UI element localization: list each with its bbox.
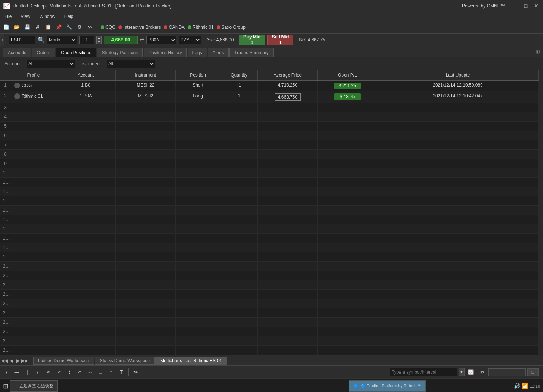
draw-more-btn[interactable]: ≫ bbox=[130, 367, 140, 377]
draw-hline-btn[interactable]: — bbox=[12, 367, 22, 377]
account-select[interactable]: B30A bbox=[146, 36, 176, 44]
draw-channel-btn[interactable]: ⌇ bbox=[64, 367, 74, 377]
qty-up-btn[interactable]: ▲ bbox=[96, 36, 102, 40]
grid-scrollbar[interactable] bbox=[539, 70, 543, 355]
draw-pitchfork-btn[interactable]: ⌤ bbox=[75, 367, 84, 377]
draw-arrow-btn[interactable]: ↗ bbox=[54, 367, 64, 377]
symbol-interval-down[interactable]: ▼ bbox=[459, 368, 465, 376]
side-bar[interactable]: ◀ bbox=[0, 34, 4, 46]
tab-next-btn[interactable]: ▶ bbox=[15, 358, 21, 364]
broker-oanda-dot bbox=[164, 25, 167, 29]
taskbar-left: ⊞ bbox=[3, 382, 9, 390]
instrument-filter-select[interactable]: All bbox=[107, 60, 155, 68]
menu-help[interactable]: Help bbox=[63, 13, 75, 20]
tab-expand-btn[interactable]: ⊞ bbox=[536, 49, 540, 55]
cell-row1-account: 1 B0 bbox=[56, 81, 116, 91]
system-clock: 12:10 bbox=[530, 384, 540, 388]
draw-vline-btn[interactable]: | bbox=[22, 367, 32, 377]
table-row: 3 bbox=[0, 103, 539, 112]
draw-text-btn[interactable]: T bbox=[117, 367, 126, 377]
interval-select[interactable]: DAY 1 Min 5 Min bbox=[179, 36, 201, 44]
taskbar-trading-platform[interactable]: 🔷 🔷 Trading Platform by Rithmic™ bbox=[349, 380, 426, 392]
quantity-input[interactable] bbox=[79, 36, 94, 44]
tab-open-positions[interactable]: Open Positions bbox=[56, 48, 96, 57]
table-row[interactable]: 1 CQG 1 B0 MESH22 Short -1 4,710.250 $ 2… bbox=[0, 81, 539, 91]
properties-btn[interactable]: ⚙ bbox=[75, 22, 84, 32]
cell-row2-profile: Rithmic 01 bbox=[11, 91, 56, 103]
format-btn[interactable]: 🔧 bbox=[64, 22, 74, 32]
instrument-filter-label: Instrument: bbox=[80, 61, 102, 66]
price-value: 4,668.00 bbox=[111, 37, 130, 43]
account-filter-select[interactable]: All bbox=[27, 60, 75, 68]
tab-first-btn[interactable]: ◀◀ bbox=[1, 358, 7, 364]
paste-btn[interactable]: 📌 bbox=[54, 22, 64, 32]
minimize-button[interactable]: − bbox=[512, 2, 519, 10]
draw-ellipse-btn[interactable]: ○ bbox=[106, 367, 116, 377]
taskbar-text-label: → 左边调整 右边调整 bbox=[14, 383, 53, 389]
bottom-tab-stocks[interactable]: Stocks Demo Workspace bbox=[95, 357, 155, 365]
tab-prev-btn[interactable]: ◀ bbox=[8, 358, 14, 364]
close-button[interactable]: ✕ bbox=[533, 2, 540, 10]
cell-row1-profile-text: CQG bbox=[22, 83, 32, 88]
table-row: 5 bbox=[0, 122, 539, 131]
start-icon[interactable]: ⊞ bbox=[3, 382, 9, 390]
broker-cqg-dot bbox=[101, 25, 104, 29]
tab-orders[interactable]: Orders bbox=[32, 48, 55, 57]
col-quantity: Quantity bbox=[220, 70, 258, 80]
draw-line-btn[interactable]: \ bbox=[1, 367, 11, 377]
more-btn[interactable]: ≫ bbox=[85, 22, 95, 32]
tab-accounts[interactable]: Accounts bbox=[3, 48, 31, 57]
price-action-btn[interactable]: ⇄ bbox=[140, 37, 144, 43]
interval-toolbar: ▼ 📈 ≫ □ bbox=[390, 367, 539, 377]
qty-down-btn[interactable]: ▼ bbox=[96, 40, 102, 44]
menu-file[interactable]: File bbox=[3, 13, 13, 20]
taskbar-text[interactable]: → 左边调整 右边调整 bbox=[10, 380, 58, 392]
title-bar: 📈 Untitled Desktop - Multicharts-Test-Ri… bbox=[0, 0, 543, 12]
buy-qty: 1 bbox=[251, 40, 253, 45]
more-right-btn[interactable]: ≫ bbox=[477, 367, 487, 377]
open-btn[interactable]: 📂 bbox=[12, 22, 22, 32]
chart-type-btn[interactable]: 📈 bbox=[466, 367, 476, 377]
tab-strategy-positions[interactable]: Strategy Positions bbox=[97, 48, 143, 57]
bottom-tab-indices[interactable]: Indices Demo Workspace bbox=[33, 357, 94, 365]
menu-window[interactable]: Window bbox=[38, 13, 57, 20]
bottom-tab-multicharts[interactable]: Multicharts-Test-Rithmic-ES-01 bbox=[155, 357, 227, 365]
tray-icon1: 🔊 bbox=[514, 383, 520, 389]
sell-button[interactable]: Sell Mkt 1 bbox=[267, 35, 293, 45]
draw-fib-btn[interactable]: ⊹ bbox=[85, 367, 95, 377]
table-row[interactable]: 2 Rithmic 01 1 B0A MESH2 Long 1 4,663.75… bbox=[0, 91, 539, 103]
trading-label: 🔷 Trading Platform by Rithmic™ bbox=[361, 383, 422, 388]
buy-button[interactable]: Buy Mkt 1 bbox=[239, 35, 265, 45]
print-btn[interactable]: 🖨 bbox=[33, 22, 43, 32]
tab-trades-summary[interactable]: Trades Summary bbox=[229, 48, 274, 57]
symbol-input[interactable] bbox=[9, 36, 35, 44]
tab-logs[interactable]: Logs bbox=[188, 48, 207, 57]
title-bar-right: Powered by OMNE™ − − □ ✕ bbox=[462, 2, 540, 10]
table-row: 6 bbox=[0, 131, 539, 140]
ask-display: Ask: 4,668.00 bbox=[203, 37, 237, 43]
trading-controls: 🔍 Market Limit Stop ▲ ▼ 4,668.00 ⇄ B30A … bbox=[9, 35, 328, 45]
price-display: 4,668.00 bbox=[104, 36, 138, 44]
table-row: 4 bbox=[0, 112, 539, 122]
trading-bar: ◀ 🔍 Market Limit Stop ▲ ▼ 4,668.00 ⇄ B30… bbox=[0, 34, 543, 46]
draw-ray-btn[interactable]: / bbox=[33, 367, 43, 377]
order-type-select[interactable]: Market Limit Stop bbox=[47, 36, 77, 44]
draw-extline-btn[interactable]: ≈ bbox=[43, 367, 53, 377]
draw-rect-btn[interactable]: □ bbox=[96, 367, 105, 377]
save-btn[interactable]: 💾 bbox=[22, 22, 32, 32]
cell-row1-profile: CQG bbox=[11, 81, 56, 91]
col-account: Account bbox=[56, 70, 116, 80]
taskbar-right: 🔊 📶 12:10 bbox=[514, 383, 540, 389]
search-icon[interactable]: 🔍 bbox=[37, 36, 45, 43]
table-row: 11 bbox=[0, 178, 539, 187]
new-chart-btn[interactable]: 📄 bbox=[1, 22, 11, 32]
tab-last-btn[interactable]: ▶▶ bbox=[22, 358, 28, 364]
menu-view[interactable]: View bbox=[19, 13, 32, 20]
copy-btn[interactable]: 📋 bbox=[43, 22, 53, 32]
broker-oanda: OANDA bbox=[164, 25, 185, 30]
tab-alerts[interactable]: Alerts bbox=[208, 48, 229, 57]
col-avg-price: Average Price bbox=[258, 70, 318, 80]
symbol-interval-input[interactable] bbox=[390, 368, 457, 376]
tab-positions-history[interactable]: Positions History bbox=[144, 48, 186, 57]
maximize-button[interactable]: □ bbox=[522, 2, 530, 10]
